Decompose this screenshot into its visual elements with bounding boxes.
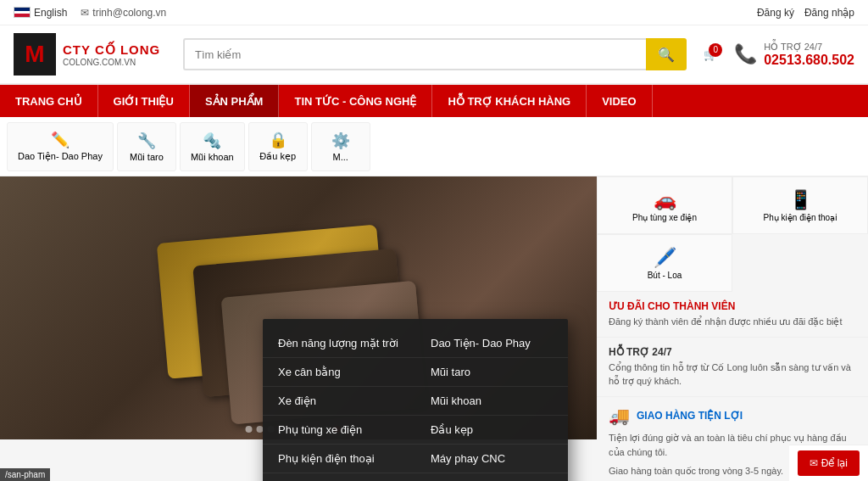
chat-icon: ✉ [810, 457, 818, 469]
nav-item-video[interactable]: VIDEO [587, 85, 652, 117]
dropdown-item-c2-2[interactable]: Mũi taro [415, 358, 568, 387]
dropdown-item-6[interactable]: Bút - Loa [263, 473, 415, 481]
register-link[interactable]: Đăng ký [757, 7, 794, 19]
dropdown-item-5[interactable]: Phụ kiện điện thoại [263, 445, 415, 473]
header: M CTY CỐ LONG COLONG.COM.VN 🔍 🛒 0 📞 HỖ T… [0, 25, 868, 85]
cart-badge: 0 [709, 43, 722, 57]
email-address: trinh@colong.vn [92, 7, 166, 19]
cat-item-m[interactable]: ⚙️ M... [311, 122, 370, 171]
email-info: ✉ trinh@colong.vn [81, 7, 166, 19]
dropdown-item-c2-6[interactable]: Máy phay cổng rồng [415, 473, 568, 481]
language-selector[interactable]: English [14, 7, 67, 19]
khoan-icon: 🔩 [203, 131, 221, 150]
support-phone: 02513.680.502 [764, 53, 854, 68]
main-content: 🚗 Phụ tùng xe điện 📱 Phụ kiện điện thoại… [0, 176, 868, 439]
top-bar: English ✉ trinh@colong.vn Đăng ký Đăng n… [0, 0, 868, 25]
cat-taro-label: Mũi taro [130, 152, 164, 162]
right-sidebar: 🚗 Phụ tùng xe điện 📱 Phụ kiện điện thoại… [597, 176, 868, 439]
dropdown-item-c2-5[interactable]: Máy phay CNC [415, 445, 568, 473]
support-info: 📞 HỖ TRỢ 24/7 02513.680.502 [734, 42, 854, 68]
category-bar: ✏️ Dao Tiện- Dao Phay 🔧 Mũi taro 🔩 Mũi k… [0, 117, 868, 176]
phutung-icon: 🚗 [654, 189, 676, 211]
promo-box: ƯU ĐÃI CHO THÀNH VIÊN Đăng ký thành viên… [597, 292, 868, 338]
taro-icon: 🔧 [137, 131, 156, 150]
sidebar-cat-grid: 🚗 Phụ tùng xe điện 📱 Phụ kiện điện thoại… [597, 176, 868, 292]
logo-text: CTY CỐ LONG COLONG.COM.VN [63, 42, 160, 67]
cat-daukep-label: Đầu kẹp [259, 151, 296, 162]
url-bar: /san-pham [0, 468, 50, 481]
cat-m-label: M... [333, 152, 348, 162]
butloa-icon: 🖊️ [654, 247, 676, 269]
nav-item-hotro[interactable]: HỖ TRỢ KHÁCH HÀNG [432, 85, 587, 117]
email-icon: ✉ [81, 7, 89, 19]
phukien-label: Phụ kiện điện thoại [764, 213, 837, 222]
nav-item-gioithieu[interactable]: GIỚI THIỆU [98, 85, 190, 117]
promo-text: Đăng ký thành viên để nhận được nhiều ưu… [609, 316, 856, 328]
nav-item-sanpham[interactable]: SẢN PHẨM [190, 85, 280, 117]
delivery-title: GIAO HÀNG TIỆN LỢI [637, 410, 743, 422]
dropdown-grid: Đèn năng lượng mặt trời Dao Tiện- Dao Ph… [263, 329, 568, 481]
dao-icon: ✏️ [51, 131, 70, 149]
cat-khoan-label: Mũi khoan [191, 152, 234, 162]
cart-icon[interactable]: 🛒 0 [704, 48, 717, 61]
header-right: 🛒 0 📞 HỖ TRỢ 24/7 02513.680.502 [704, 42, 854, 68]
support-box: HỖ TRỢ 24/7 Cổng thông tin hỗ trợ từ Cố … [597, 338, 868, 397]
cat-item-dao[interactable]: ✏️ Dao Tiện- Dao Phay [7, 122, 114, 171]
language-label: English [34, 7, 67, 19]
logo-m-letter: M [25, 42, 44, 66]
cat-item-khoan[interactable]: 🔩 Mũi khoan [180, 122, 245, 171]
nav: TRANG CHỦ GIỚI THIỆU SẢN PHẨM TIN TỨC - … [0, 85, 868, 117]
support-label: HỖ TRỢ 24/7 [764, 42, 854, 53]
cat-dao-label: Dao Tiện- Dao Phay [18, 151, 103, 162]
butloa-label: Bút - Loa [648, 271, 682, 280]
logo-subtitle: COLONG.COM.VN [63, 58, 160, 67]
url-text: /san-pham [5, 470, 45, 479]
chat-label: Để lại [821, 457, 848, 469]
support-section-title: HỖ TRỢ 24/7 [609, 346, 856, 358]
logo[interactable]: M CTY CỐ LONG COLONG.COM.VN [14, 33, 166, 76]
nav-item-tintuc[interactable]: TIN TỨC - CÔNG NGHỆ [279, 85, 432, 117]
cat-item-taro[interactable]: 🔧 Mũi taro [117, 122, 176, 171]
bottom-bar: ✉ Để lại [789, 445, 868, 481]
dot-1[interactable] [246, 426, 253, 433]
promo-title: ƯU ĐÃI CHO THÀNH VIÊN [609, 300, 856, 312]
top-bar-right: Đăng ký Đăng nhập [757, 7, 854, 19]
sidebar-cat-phutung[interactable]: 🚗 Phụ tùng xe điện [597, 176, 732, 234]
phukien-icon: 📱 [789, 189, 812, 211]
sidebar-cat-butloa[interactable]: 🖊️ Bút - Loa [597, 234, 732, 292]
logo-title: CTY CỐ LONG [63, 42, 160, 58]
dropdown-item-c2-3[interactable]: Mũi khoan [415, 387, 568, 416]
search-input[interactable] [183, 38, 646, 70]
dropdown-item-c2-1[interactable]: Dao Tiện- Dao Phay [415, 329, 568, 358]
cat-item-daukep[interactable]: 🔒 Đầu kẹp [248, 122, 308, 171]
nav-item-trangchu[interactable]: TRANG CHỦ [0, 85, 98, 117]
support-section-text: Cổng thông tin hỗ trợ từ Cố Long luôn sẵ… [609, 361, 856, 388]
phone-icon: 📞 [734, 43, 757, 65]
dropdown-item-4[interactable]: Phụ tùng xe điện [263, 416, 415, 445]
search-bar: 🔍 [183, 38, 687, 70]
m-icon: ⚙️ [331, 131, 350, 150]
sidebar-cat-phukien[interactable]: 📱 Phụ kiện điện thoại [732, 176, 868, 234]
logo-icon: M [14, 33, 56, 76]
dropdown-item-1[interactable]: Đèn năng lượng mặt trời [263, 329, 415, 358]
delivery-header: 🚚 GIAO HÀNG TIỆN LỢI [609, 405, 856, 426]
delivery-truck-icon: 🚚 [609, 405, 630, 426]
support-text: HỖ TRỢ 24/7 02513.680.502 [764, 42, 854, 68]
search-button[interactable]: 🔍 [646, 38, 687, 70]
dropdown-item-2[interactable]: Xe cân bằng [263, 358, 415, 387]
dropdown-item-c2-4[interactable]: Đầu kẹp [415, 416, 568, 445]
top-bar-left: English ✉ trinh@colong.vn [14, 7, 166, 19]
dropdown-item-3[interactable]: Xe điện [263, 387, 415, 416]
chat-button[interactable]: ✉ Để lại [798, 450, 860, 476]
product-dropdown: Đèn năng lượng mặt trời Dao Tiện- Dao Ph… [263, 319, 568, 481]
login-link[interactable]: Đăng nhập [804, 7, 854, 19]
daukep-icon: 🔒 [269, 131, 287, 149]
uk-flag-icon [14, 7, 31, 18]
phutung-label: Phụ tùng xe điện [632, 213, 697, 222]
